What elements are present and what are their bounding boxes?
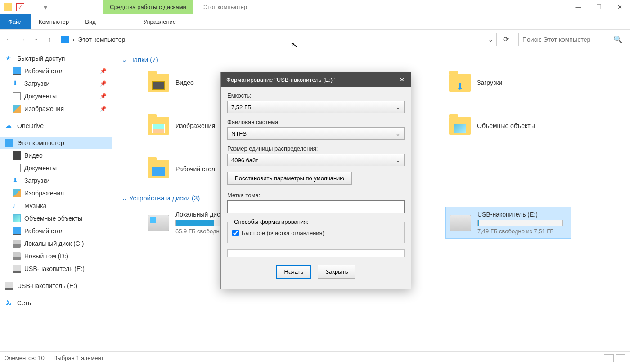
chevron-down-icon: ⌄ [396, 130, 400, 137]
desktop-icon [13, 67, 21, 75]
status-bar: Элементов: 10 Выбран 1 элемент [0, 351, 630, 364]
window-title: Этот компьютер [203, 4, 247, 10]
windows-icon [150, 217, 156, 223]
sidebar-label: OneDrive [17, 122, 44, 129]
sidebar-label: Локальный диск (C:) [24, 240, 84, 247]
format-options-group: Способы форматирования: Быстрое (очистка… [227, 218, 405, 243]
pin-icon: 📌 [100, 93, 107, 99]
disk-icon [13, 252, 21, 260]
ribbon-tabs: Файл Компьютер Вид Управление [0, 14, 630, 30]
group-folders[interactable]: ⌄Папки (7) [122, 56, 621, 64]
sidebar-label: Документы [24, 93, 57, 100]
sidebar-label: USB-накопитель (E:) [24, 265, 85, 272]
capacity-label: Емкость: [227, 92, 405, 99]
sidebar-item-videos[interactable]: Видео [0, 149, 112, 162]
sidebar-item-3dobjects[interactable]: Объемные объекты [0, 212, 112, 225]
sidebar-label: Музыка [24, 202, 47, 209]
filesystem-label: Файловая система: [227, 119, 405, 125]
pc-icon [5, 139, 14, 147]
sidebar-item-music[interactable]: ♪Музыка [0, 200, 112, 212]
status-selected: Выбран 1 элемент [54, 355, 104, 361]
sidebar-label: Загрузки [24, 177, 50, 184]
sidebar-item-pictures[interactable]: Изображения📌 [0, 102, 112, 115]
sidebar-item-desktop-pc[interactable]: Рабочий стол [0, 225, 112, 237]
up-button[interactable]: ↑ [44, 34, 55, 45]
sidebar-usb-root[interactable]: USB-накопитель (E:) [0, 280, 112, 292]
breadcrumb-sep: › [72, 36, 75, 43]
volume-label-input[interactable] [227, 200, 405, 213]
sidebar-label: Рабочий стол [24, 67, 64, 75]
sidebar-item-new-volume-d[interactable]: Новый том (D:) [0, 250, 112, 262]
select-value: NTFS [231, 130, 247, 137]
back-button[interactable]: ← [4, 34, 14, 45]
sidebar-item-documents[interactable]: Документы📌 [0, 90, 112, 102]
chevron-down-icon: ⌄ [122, 56, 127, 63]
minimize-button[interactable]: — [568, 0, 589, 14]
item-label: USB-накопитель (E:) [477, 211, 563, 218]
restore-defaults-button[interactable]: Восстановить параметры по умолчанию [227, 172, 352, 185]
pc-icon [61, 36, 69, 43]
address-bar[interactable]: › Этот компьютер ⌄ [58, 33, 497, 46]
sidebar-this-pc[interactable]: Этот компьютер [0, 137, 112, 149]
sidebar-label: Документы [24, 164, 57, 172]
folder-3dobjects[interactable]: Объемные объекты [446, 111, 572, 140]
breadcrumb-this-pc[interactable]: Этот компьютер [78, 36, 126, 43]
allocation-select[interactable]: 4096 байт⌄ [227, 154, 405, 166]
format-dialog: Форматирование "USB-накопитель (E:)" ✕ Е… [220, 72, 411, 289]
sidebar-item-usb-e[interactable]: USB-накопитель (E:) [0, 262, 112, 275]
sidebar-item-local-disk-c[interactable]: Локальный диск (C:) [0, 237, 112, 250]
sidebar-onedrive[interactable]: ☁OneDrive [0, 120, 112, 132]
view-large-button[interactable] [616, 354, 626, 362]
view-details-button[interactable] [604, 354, 614, 362]
status-count: Элементов: 10 [4, 355, 45, 361]
dialog-close-button[interactable]: ✕ [393, 72, 411, 87]
folder-downloads[interactable]: ⬇Загрузки [446, 68, 572, 97]
pin-icon: 📌 [100, 106, 107, 112]
window-controls: — ☐ ✕ [568, 0, 630, 14]
drive-usb-e[interactable]: USB-накопитель (E:) 7,49 ГБ свободно из … [446, 207, 572, 239]
select-value: 4096 байт [231, 157, 258, 164]
contextual-tab-disk-tools[interactable]: Средства работы с дисками [104, 0, 193, 14]
close-dialog-button[interactable]: Закрыть [318, 265, 356, 279]
sidebar-label: Изображения [24, 190, 64, 197]
address-dropdown-icon[interactable]: ⌄ [488, 35, 494, 44]
sidebar-label: USB-накопитель (E:) [17, 282, 77, 289]
close-button[interactable]: ✕ [609, 0, 630, 14]
search-box[interactable]: 🔍 [518, 33, 626, 46]
forward-button[interactable]: → [17, 34, 28, 45]
tab-computer[interactable]: Компьютер [31, 14, 77, 29]
app-icon [4, 3, 12, 11]
search-input[interactable] [522, 36, 613, 43]
document-icon [13, 92, 21, 100]
capacity-select[interactable]: 7,52 ГБ⌄ [227, 101, 405, 113]
refresh-button[interactable]: ⟳ [500, 33, 513, 46]
sidebar-quick-access[interactable]: ★Быстрый доступ [0, 52, 112, 65]
quick-format-checkbox[interactable]: Быстрое (очистка оглавления) [232, 230, 400, 236]
recent-dropdown[interactable]: ▾ [31, 34, 41, 45]
sidebar-item-desktop[interactable]: Рабочий стол📌 [0, 65, 112, 77]
maximize-button[interactable]: ☐ [589, 0, 609, 14]
qat-dropdown-icon[interactable]: ▾ [41, 3, 50, 11]
filesystem-select[interactable]: NTFS⌄ [227, 127, 405, 140]
sidebar-item-downloads[interactable]: ⬇Загрузки📌 [0, 77, 112, 90]
qat-divider-icon [29, 3, 37, 11]
sidebar-label: Объемные объекты [24, 215, 82, 222]
tab-manage[interactable]: Управление [135, 14, 184, 29]
qat-checkbox-icon[interactable]: ✓ [16, 3, 24, 11]
sidebar-item-pictures-pc[interactable]: Изображения [0, 187, 112, 200]
disk-icon [13, 240, 21, 248]
group-label: Папки (7) [129, 56, 158, 63]
quick-format-input[interactable] [232, 230, 239, 236]
tab-view[interactable]: Вид [77, 14, 104, 29]
sidebar-item-documents-pc[interactable]: Документы [0, 162, 112, 174]
search-icon[interactable]: 🔍 [613, 35, 622, 44]
sidebar-item-downloads-pc[interactable]: ⬇Загрузки [0, 174, 112, 187]
sidebar-network[interactable]: 🖧Сеть [0, 297, 112, 309]
sidebar-label: Сеть [17, 299, 31, 306]
tab-file[interactable]: Файл [0, 14, 31, 29]
dialog-titlebar[interactable]: Форматирование "USB-накопитель (E:)" ✕ [221, 72, 411, 87]
start-button[interactable]: Начать [276, 265, 312, 279]
capacity-bar [477, 220, 563, 226]
cube-icon [13, 214, 21, 222]
pin-icon: 📌 [100, 68, 107, 74]
